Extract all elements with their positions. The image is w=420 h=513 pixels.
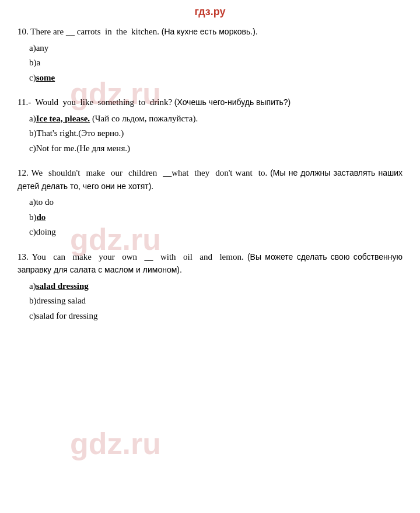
answer-12c: c)doing [29, 225, 402, 240]
answer-10b: b)a [29, 55, 402, 71]
translation-11: (Хочешь чего-нибудь выпить?) [174, 97, 290, 107]
answer-13b: b)dressing salad [29, 294, 402, 309]
answer-10c: c)some [29, 71, 402, 86]
translation-13: (Вы можете сделать свою собственную запр… [18, 252, 402, 275]
answer-13a-correct: salad dressing [36, 281, 89, 291]
question-block-13: 13. You can make your own __ with oil an… [18, 250, 402, 324]
question-text-11: 11.- Would you like something to drink? … [18, 96, 402, 109]
watermark-3: gdz.ru [70, 426, 161, 461]
question-block-10: 10. There are __ carrots in the kitchen.… [18, 25, 402, 85]
page-container: гдз.ру gdz.ru gdz.ru gdz.ru 10. There ar… [0, 0, 420, 513]
question-block-12: 12. We shouldn't make our children __wha… [18, 166, 402, 240]
site-header: гдз.ру [18, 6, 402, 18]
question-block-11: 11.- Would you like something to drink? … [18, 96, 402, 156]
answer-13a: a)salad dressing [29, 279, 402, 294]
answer-11c: c)Not for me.(Не для меня.) [29, 141, 402, 156]
answer-11a: a)Ice tea, please. (Чай со льдом, пожалу… [29, 111, 402, 127]
question-text-10: 10. There are __ carrots in the kitchen.… [18, 25, 402, 39]
answer-12b: b)do [29, 210, 402, 225]
question-text-13: 13. You can make your own __ with oil an… [18, 250, 402, 277]
answer-12b-correct: do [37, 212, 46, 222]
question-number-13: 13. [18, 252, 29, 261]
header-title: гдз.ру [194, 6, 225, 18]
translation-12: (Мы не должны заставлять наших детей дел… [18, 168, 402, 191]
question-number-10: 10. [18, 27, 29, 36]
answer-12a: a)to do [29, 195, 402, 210]
answer-11b: b)That's right.(Это верно.) [29, 126, 402, 141]
question-text-12: 12. We shouldn't make our children __wha… [18, 166, 402, 193]
translation-10: (На кухне есть морковь.). [162, 27, 258, 36]
question-number-12: 12. [18, 168, 29, 177]
answer-13c: c)salad for dressing [29, 309, 402, 324]
answer-11a-translation: (Чай со льдом, пожалуйста). [92, 114, 198, 123]
answers-10: a)any b)a c)some [29, 41, 402, 86]
answer-10a: a)any [29, 41, 402, 56]
answers-11: a)Ice tea, please. (Чай со льдом, пожалу… [29, 111, 402, 156]
answer-11a-correct: Ice tea, please. [36, 114, 90, 123]
answer-10c-correct: some [36, 73, 55, 82]
answers-13: a)salad dressing b)dressing salad c)sala… [29, 279, 402, 324]
answers-12: a)to do b)do c)doing [29, 195, 402, 240]
question-number-11: 11.- [18, 97, 31, 107]
